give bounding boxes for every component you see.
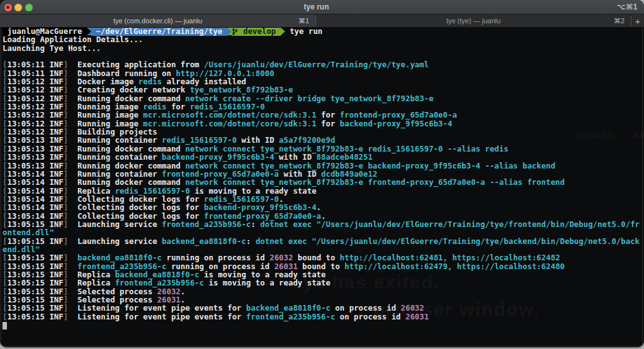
log-segment: /Users/juanlu/dev/ElGuerre/Training/tye/… [204, 60, 429, 69]
log-segment: frontend-proxy_65d7a0e0-a [162, 170, 279, 179]
log-segment: a5a7f9200e9d [279, 136, 335, 145]
log-row: [13:05:12 INF] Running image mcr.microso… [3, 120, 644, 128]
log-segment: is moving to a ready state [204, 279, 330, 287]
log-segment: 13:05:13 INF [7, 136, 63, 145]
log-segment: for [317, 111, 340, 119]
window-left-edge [1, 28, 1, 346]
log-row: [13:05:14 INF] Collecting docker logs fo… [3, 213, 644, 221]
terminal-content[interactable]: Go to file Add f ye has exited. browser … [0, 27, 644, 346]
log-segment: 13:05:11 INF [7, 60, 63, 69]
log-segment: network connect tye_network_8f792b83-e r… [185, 145, 508, 153]
log-segment: Listening for event pipe events for [68, 313, 246, 321]
log-segment: Running docker command [68, 145, 185, 153]
log-segment: network create --driver bridge tye_netwo… [185, 94, 433, 103]
log-segment: 13:05:14 INF [7, 195, 63, 204]
log-segment: 13:05:12 INF [7, 94, 63, 103]
log-row: [13:05:15 INF] Launching service backend… [3, 238, 644, 246]
log-row: [13:05:13 INF] Running docker command ne… [3, 162, 644, 170]
log-row: [13:05:13 INF] Running container redis_1… [3, 136, 644, 145]
log-segment: tye_network_8f792b83-e [190, 86, 293, 94]
log-segment: on process id [330, 304, 401, 313]
window-titlebar[interactable]: tye run ⌥⌘1 [0, 0, 644, 14]
log-segment: 13:05:14 INF [7, 187, 63, 196]
log-segment: 13:05:12 INF [7, 111, 63, 119]
log-row: [13:05:14 INF] Running container fronten… [3, 170, 644, 179]
log-segment: 26031 [405, 313, 429, 321]
log-row: [13:05:11 INF] Executing application fro… [3, 61, 644, 69]
log-row: [13:05:15 INF] Replica frontend_a235b956… [3, 279, 644, 287]
log-segment: dcdb849a0e12 [321, 170, 377, 179]
log-segment: Selected process [68, 296, 157, 304]
log-segment: redis_15616597-0 [162, 136, 237, 145]
log-segment: http://127.0.0.1:8000 [176, 69, 274, 78]
log-segment: network connect tye_network_8f792b83-e b… [185, 162, 555, 170]
log-row: Launching Tye Host... [3, 45, 644, 53]
log-segment: 13:05:15 INF [7, 296, 63, 304]
log-segment: with ID [237, 136, 279, 145]
log-segment: Listening for event pipe events for [68, 304, 246, 313]
log-row: [13:05:12 INF] Creating docker network t… [3, 86, 644, 94]
log-segment: frontend-proxy_65d7a0e0-a [204, 212, 321, 221]
log-segment: for [166, 102, 189, 111]
log-segment: frontend_a235b956-c [115, 279, 204, 287]
log-segment: Launching Tye Host... [3, 44, 101, 53]
log-segment: http://localhost:62481, https://localhos… [340, 253, 560, 262]
log-segment: dotnet exec "/Users/juanlu/dev/ElGuerre/… [260, 220, 640, 229]
log-segment: backend_ea8818f0-c [246, 304, 330, 313]
log-segment: bound to [298, 262, 344, 271]
log-segment: frontend_a235b956-c [77, 262, 166, 271]
log-segment: on process id [335, 313, 405, 321]
log-segment: . [181, 287, 185, 296]
log-segment: mcr.microsoft.com/dotnet/core/sdk:3.1 [143, 119, 316, 128]
log-segment: backend-proxy_9f95c6b3-4 [162, 153, 274, 162]
window-right-edge [642, 28, 643, 346]
log-segment: already installed [162, 77, 246, 86]
log-segment: Selected process [68, 287, 157, 296]
log-segment: redis_15616597-0 [204, 195, 279, 204]
log-row: [13:05:12 INF] Building projects [3, 128, 644, 136]
log-row: [13:05:14 INF] Collecting docker logs fo… [3, 196, 644, 204]
log-row: end.dll" [3, 246, 644, 254]
log-row: [13:05:15 INF] Listening for event pipe … [3, 304, 644, 313]
prompt-branch-name: develop [239, 28, 281, 36]
tab-label: tye (com.docker.cli) — juanlu [0, 14, 315, 27]
tab-tye[interactable]: tye (tye) — juanlu ⌘2 [316, 14, 631, 27]
log-segment: Collecting docker logs for [68, 212, 204, 221]
log-segment: 13:05:15 INF [7, 262, 63, 271]
tab-shortcut-badge: ⌘1 [298, 14, 309, 27]
log-segment: 13:05:11 INF [7, 69, 63, 78]
log-row: [13:05:15 INF] Listening for event pipe … [3, 313, 644, 321]
log-segment: 13:05:15 INF [7, 253, 63, 262]
log-row: [13:05:15 INF] backend_ea8818f0-c runnin… [3, 254, 644, 262]
log-segment: is moving to a ready state [190, 187, 317, 196]
log-segment: Running docker command [68, 162, 185, 170]
log-segment: : [251, 220, 260, 229]
shell-prompt: juanlu@MacGuerre ~/dev/ElGuerre/Training… [3, 28, 644, 36]
log-segment: Executing application from [68, 60, 204, 69]
prompt-command: tye run [285, 28, 323, 36]
log-segment: mcr.microsoft.com/dotnet/core/sdk:3.1 [143, 111, 316, 119]
tab-docker-cli[interactable]: tye (com.docker.cli) — juanlu ⌘1 [0, 14, 315, 27]
window-title: tye run [0, 0, 633, 14]
log-segment: network connect tye_network_8f792b83-e f… [185, 178, 565, 187]
log-row: [13:05:15 INF] Selected process 26032. [3, 288, 644, 296]
log-segment: backend_ea8818f0-c [77, 253, 162, 262]
log-row: [13:05:12 INF] Running docker command ne… [3, 95, 644, 103]
log-segment: Launching service [68, 220, 162, 229]
log-segment: Running docker command [68, 94, 185, 103]
log-segment: Running image [68, 119, 143, 128]
log-segment: 13:05:13 INF [7, 145, 63, 153]
log-segment: 13:05:14 INF [7, 178, 63, 187]
log-segment: 13:05:15 INF [7, 220, 63, 229]
log-segment: Collecting docker logs for [68, 203, 204, 212]
log-segment: 13:05:15 INF [7, 304, 63, 313]
log-segment: redis_15616597-0 [115, 187, 190, 196]
log-segment: . [181, 296, 185, 304]
log-segment: 26032 [401, 304, 424, 313]
log-segment: Launching service [68, 237, 162, 246]
new-tab-button[interactable]: + [631, 14, 644, 27]
log-segment: Running container [68, 153, 162, 162]
log-row: [13:05:12 INF] Docker image redis alread… [3, 78, 644, 86]
tab-label: tye (tye) — juanlu [316, 14, 631, 27]
log-segment: http://localhost:62479, https://localhos… [344, 262, 565, 271]
